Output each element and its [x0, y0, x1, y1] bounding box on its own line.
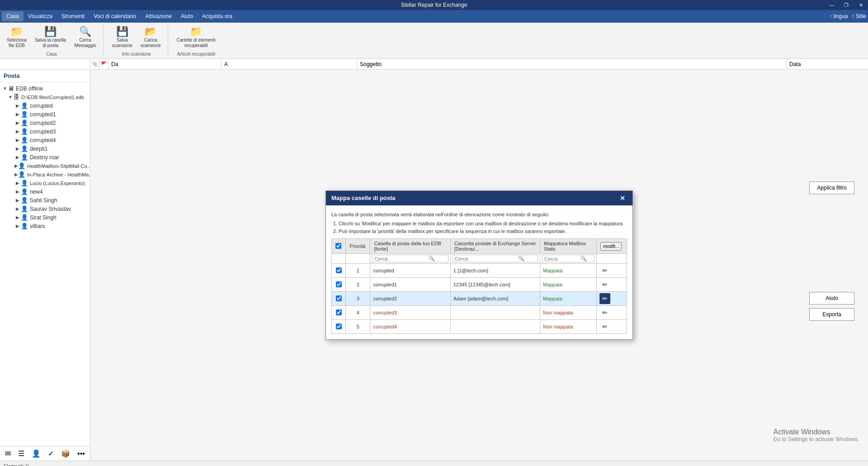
- lucio-label: Lucio (Lucius,Esperanto): [30, 181, 85, 186]
- attach-header: 📎: [90, 59, 99, 69]
- tree-item-villiars[interactable]: ▶ 👤 villiars: [0, 222, 90, 230]
- dialog-close-button[interactable]: ✕: [618, 194, 627, 203]
- menu-aiuto[interactable]: Aiuto: [176, 11, 198, 21]
- cerca-messaggio-button[interactable]: 🔍 CercaMessaggio: [71, 24, 99, 51]
- search-status-input[interactable]: [544, 256, 580, 262]
- minimize-button[interactable]: —: [825, 0, 839, 10]
- tree-item-sahil[interactable]: ▶ 👤 Sahil Singh: [0, 196, 90, 204]
- search-edb-input[interactable]: [374, 256, 429, 262]
- maximize-button[interactable]: ❐: [839, 0, 854, 10]
- expand-corrupted3: ▶: [14, 129, 21, 134]
- row5-checkbox[interactable]: [336, 323, 342, 329]
- user-footer-icon[interactable]: 👤: [30, 448, 42, 459]
- modifica-header-button[interactable]: modifi...: [600, 242, 622, 251]
- list-footer-icon[interactable]: ☰: [16, 448, 26, 459]
- stile-option[interactable]: ↑ Stile: [851, 13, 866, 19]
- table-header-row: Priorità Casella di posta dalla tuo EDB …: [332, 239, 627, 254]
- search-edb-wrap: 🔍: [372, 255, 448, 262]
- instruction-text: La casella di posta selezionata verrà el…: [331, 211, 627, 219]
- sirat-label: Sirat Singh: [30, 214, 57, 221]
- window-controls: — ❐ ✕: [825, 0, 868, 10]
- menu-casa[interactable]: Casa: [2, 11, 24, 21]
- expand-inplace: ▶: [14, 172, 18, 177]
- menu-acquista[interactable]: Acquista ora: [198, 11, 237, 21]
- tree-item-edb-path[interactable]: ▼ 🗄 D:\EDB files\Corrupted1.edb: [0, 93, 90, 101]
- search-exchange-input[interactable]: [455, 256, 518, 262]
- user-icon-sirat: 👤: [21, 214, 28, 221]
- row5-edit-button[interactable]: ✏: [599, 321, 610, 332]
- row1-checkbox[interactable]: [336, 267, 342, 273]
- expand-sahil: ▶: [14, 198, 21, 203]
- row3-checkbox[interactable]: [336, 295, 342, 301]
- tree-item-corrupted3[interactable]: ▶ 👤 corrupted3: [0, 127, 90, 136]
- row1-edit-button[interactable]: ✏: [599, 265, 610, 276]
- table-row: 1 corrupted 1 [1@tech.com] Mappata ✏: [332, 264, 627, 278]
- tree-item-corrupted[interactable]: ▶ 👤 corrupted: [0, 101, 90, 110]
- row4-checkbox[interactable]: [336, 309, 342, 315]
- tree-item-saurav[interactable]: ▶ 👤 Saurav Srivastav: [0, 204, 90, 213]
- select-all-checkbox[interactable]: [335, 243, 341, 249]
- applica-filtro-button[interactable]: Applica filtro: [809, 181, 854, 194]
- th-modifica: modifi...: [597, 239, 627, 254]
- tree-item-corrupted4[interactable]: ▶ 👤 corrupted4: [0, 136, 90, 144]
- search-status-icon: 🔍: [580, 256, 587, 262]
- ribbon-scansione-label: Info scansione: [122, 52, 151, 57]
- user-icon-corrupted: 👤: [21, 102, 28, 109]
- carica-scansione-button[interactable]: 📂 Caricascansione: [137, 24, 164, 51]
- more-footer-icon[interactable]: •••: [75, 449, 87, 459]
- tree-item-corrupted2[interactable]: ▶ 👤 corrupted2: [0, 119, 90, 127]
- aiuto-button[interactable]: Aiuto: [809, 292, 854, 304]
- tree-item-destiny-roar[interactable]: ▶ 👤 Destiny roar: [0, 153, 90, 162]
- user-icon-new4: 👤: [21, 188, 28, 195]
- salva-scansione-button[interactable]: 💾 Salvascansione: [109, 24, 136, 51]
- row3-status: Mappata: [540, 292, 596, 306]
- check-footer-icon[interactable]: ✓: [46, 448, 56, 459]
- activate-title: Activate Windows: [774, 428, 859, 436]
- menu-attivazione[interactable]: Attivazione: [141, 11, 176, 21]
- expand-icon: ▼: [2, 86, 8, 91]
- tree-item-lucio[interactable]: ▶ 👤 Lucio (Lucius,Esperanto): [0, 179, 90, 187]
- app-title: Stellar Repair for Exchange: [401, 2, 467, 8]
- seleziona-file-edb-button[interactable]: 📁 Selezionafile EDB: [4, 24, 30, 51]
- close-button[interactable]: ✕: [854, 0, 868, 10]
- table-row: 5 corrupted4 Non mappata ✏: [332, 320, 627, 334]
- cartelle-elementi-button[interactable]: 📁 Cartelle di elementirecuperabili: [174, 24, 219, 51]
- salva-scansione-label: Salvascansione: [112, 38, 132, 48]
- lingua-option[interactable]: ↑ lingua: [829, 13, 848, 19]
- box-footer-icon[interactable]: 📦: [59, 448, 72, 459]
- row1-status: Mappata: [540, 264, 596, 278]
- row4-edit-button[interactable]: ✏: [599, 307, 610, 318]
- esporta-button[interactable]: Esporta: [809, 308, 854, 321]
- menu-voci-calendario[interactable]: Voci di calendario: [89, 11, 141, 21]
- menu-visualizza[interactable]: Visualizza: [24, 11, 57, 21]
- saurav-label: Saurav Srivastav: [30, 206, 71, 212]
- tree-item-edb-offline[interactable]: ▼ 🖥 EDB offline: [0, 84, 90, 93]
- dialog-title: Mappa caselle di posta: [331, 195, 396, 201]
- tree-item-corrupted1[interactable]: ▶ 👤 corrupted1: [0, 110, 90, 119]
- sidebar-footer: ✉ ☰ 👤 ✓ 📦 •••: [0, 446, 90, 461]
- tree-item-inplace[interactable]: ▶ 👤 In-Place Archive - HealthMa...: [0, 170, 90, 179]
- mail-footer-icon[interactable]: ✉: [3, 448, 13, 459]
- tree-item-deepti1[interactable]: ▶ 👤 deepti1: [0, 144, 90, 153]
- row1-exchange: 1 [1@tech.com]: [450, 264, 540, 278]
- user-icon-corrupted2: 👤: [21, 119, 28, 126]
- row3-edit-button[interactable]: ✏: [599, 293, 610, 304]
- row2-edit-button[interactable]: ✏: [599, 279, 610, 290]
- sidebar: Posta ▼ 🖥 EDB offline ▼ 🗄 D:\EDB files\C…: [0, 70, 90, 461]
- tree-item-new4[interactable]: ▶ 👤 new4: [0, 187, 90, 196]
- tree-item-sirat[interactable]: ▶ 👤 Sirat Singh: [0, 213, 90, 222]
- row2-edb: corrupted1: [370, 278, 450, 292]
- content-area: Mappa caselle di posta ✕ La casella di p…: [90, 70, 868, 461]
- salva-casella-button[interactable]: 💾 Salva la caselladi posta: [32, 24, 69, 51]
- tree-item-healthmailbox[interactable]: ▶ 👤 HealthMailbox-SitplMail-Co...: [0, 162, 90, 170]
- menu-right: ↑ lingua ↑ Stile: [829, 13, 866, 19]
- row1-checkbox-cell: [332, 264, 346, 278]
- user-icon-corrupted3: 👤: [21, 128, 28, 135]
- table-row: 3 corrupted2 Adam [adam@tech.com] Mappat…: [332, 292, 627, 306]
- user-icon-corrupted1: 👤: [21, 111, 28, 118]
- search-exchange-wrap: 🔍: [453, 255, 538, 262]
- row2-checkbox[interactable]: [336, 281, 342, 287]
- folder-open-icon: 📁: [10, 27, 23, 37]
- menu-strumenti[interactable]: Strumenti: [57, 11, 89, 21]
- subject-header: Soggetto: [357, 59, 787, 69]
